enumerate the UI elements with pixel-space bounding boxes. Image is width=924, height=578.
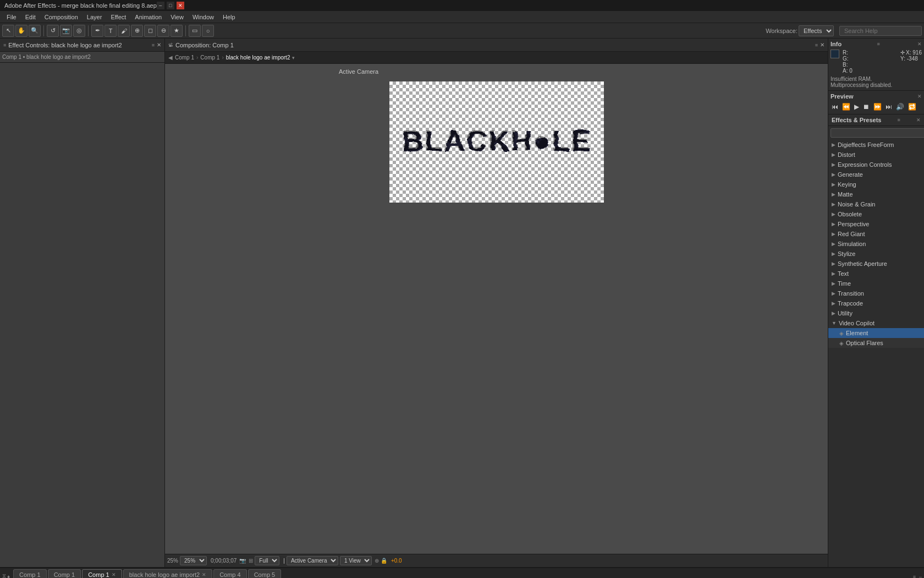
close-button[interactable]: ✕	[177, 2, 184, 9]
tool-shape-rect[interactable]: ▭	[189, 25, 201, 37]
category-label-videocopilot: Video Copilot	[839, 320, 875, 326]
comp-tool-3d-icon: ⊕	[375, 558, 379, 564]
workspace-select[interactable]: Effects	[799, 25, 834, 36]
tool-orbit[interactable]: ◎	[73, 25, 85, 37]
tool-text[interactable]: T	[105, 25, 117, 37]
menu-file[interactable]: File	[2, 13, 21, 21]
tool-pen[interactable]: ✒	[91, 25, 103, 37]
effects-category-simulation[interactable]: ▶ Simulation	[828, 239, 924, 249]
tab-comp1-3[interactable]: Comp 1 ✕	[82, 569, 122, 578]
tab-comp1-2[interactable]: Comp 1	[48, 569, 81, 578]
preview-stop[interactable]: ⏹	[862, 102, 871, 112]
comp-breadcrumb-nav-icon[interactable]: ▾	[292, 55, 295, 61]
preview-step-fwd[interactable]: ⏩	[872, 102, 883, 112]
effects-category-perspective[interactable]: ▶ Perspective	[828, 219, 924, 229]
tool-eraser[interactable]: ◻	[144, 25, 156, 37]
tool-hand[interactable]: ✋	[15, 25, 28, 37]
effects-category-synthetic[interactable]: ▶ Synthetic Aperture	[828, 259, 924, 269]
tab-close-icon[interactable]: ✕	[112, 572, 116, 577]
timeline-minimize[interactable]: –	[919, 574, 922, 578]
menu-composition[interactable]: Composition	[40, 13, 82, 21]
tab-comp1-1[interactable]: Comp 1	[13, 569, 47, 578]
effects-close[interactable]: ✕	[916, 117, 921, 123]
zoom-select[interactable]: 25%	[180, 556, 207, 565]
panel-close-btn[interactable]: ✕	[157, 42, 161, 48]
tool-camera[interactable]: 📷	[60, 25, 72, 37]
comp-breadcrumb-nav: ◀ Comp 1 › Comp 1 › black hole logo ae i…	[165, 52, 828, 64]
maximize-button[interactable]: □	[167, 2, 174, 9]
info-menu[interactable]: ≡	[877, 41, 879, 47]
tool-brush[interactable]: 🖌	[118, 25, 130, 37]
preview-close[interactable]: ✕	[917, 94, 922, 99]
comp-breadcrumb-import2[interactable]: black hole logo ae import2	[226, 54, 290, 61]
tab-comp5[interactable]: Comp 5	[248, 569, 282, 578]
menu-view[interactable]: View	[166, 13, 188, 21]
tool-shape-ellipse[interactable]: ○	[202, 25, 214, 37]
menu-layer[interactable]: Layer	[82, 13, 107, 21]
comp-header: 📽 Composition: Comp 1 ≡ ✕	[165, 39, 828, 52]
effects-category-obsolete[interactable]: ▶ Obsolete	[828, 209, 924, 219]
effects-category-expression[interactable]: ▶ Expression Controls	[828, 160, 924, 170]
effects-category-time[interactable]: ▶ Time	[828, 279, 924, 288]
effects-category-generate[interactable]: ▶ Generate	[828, 170, 924, 179]
effects-category-stylize[interactable]: ▶ Stylize	[828, 249, 924, 259]
info-g: G:	[843, 56, 853, 62]
effects-category-distort[interactable]: ▶ Distort	[828, 150, 924, 160]
effects-category-keying[interactable]: ▶ Keying	[828, 179, 924, 189]
comp-breadcrumb-comp1[interactable]: Comp 1	[175, 54, 194, 61]
preview-play[interactable]: ▶	[853, 102, 860, 112]
info-a: A: 0	[843, 68, 853, 74]
effects-category-text[interactable]: ▶ Text	[828, 269, 924, 279]
effects-category-utility[interactable]: ▶ Utility	[828, 308, 924, 318]
search-help-input[interactable]	[839, 26, 922, 36]
tab-comp4[interactable]: Comp 4	[213, 569, 247, 578]
effect-controls-content	[0, 63, 164, 567]
effects-menu[interactable]: ≡	[898, 117, 900, 123]
menu-window[interactable]: Window	[188, 13, 218, 21]
preview-skip-start[interactable]: ⏮	[831, 102, 839, 112]
tab-bar: ⧖ ♦ Comp 1 Comp 1 Comp 1 ✕ black hole lo…	[0, 568, 924, 578]
effects-category-transition[interactable]: ▶ Transition	[828, 288, 924, 298]
effects-category-noise[interactable]: ▶ Noise & Grain	[828, 199, 924, 209]
preview-loop[interactable]: 🔁	[907, 102, 917, 112]
active-camera-select[interactable]: Active Camera	[287, 556, 338, 565]
effects-category-trapcode[interactable]: ▶ Trapcode	[828, 298, 924, 308]
comp-close-btn[interactable]: ✕	[820, 42, 824, 48]
bottom-area: ⧖ ♦ Comp 1 Comp 1 Comp 1 ✕ black hole lo…	[0, 567, 924, 578]
preview-skip-end[interactable]: ⏭	[884, 102, 893, 112]
tool-arrow[interactable]: ↖	[2, 25, 14, 37]
category-label: Red Giant	[838, 231, 865, 237]
tab-blackhole[interactable]: black hole logo ae import2 ✕	[123, 569, 212, 578]
info-close[interactable]: ✕	[917, 41, 922, 47]
view-select[interactable]: 1 View	[340, 556, 372, 565]
effects-category-redgiant[interactable]: ▶ Red Giant	[828, 229, 924, 239]
effects-category-digieffects[interactable]: ▶ Digieffects FreeForm	[828, 140, 924, 150]
tool-roto[interactable]: ⊖	[157, 25, 169, 37]
effect-item-element[interactable]: ◈ Element	[828, 328, 924, 338]
comp-menu-icon[interactable]: ≡	[815, 42, 818, 48]
effects-category-videocopilot[interactable]: ▼ Video Copilot	[828, 318, 924, 328]
minimize-button[interactable]: –	[157, 2, 164, 9]
expand-arrow: ▶	[832, 241, 835, 247]
tool-stamp[interactable]: ⊕	[131, 25, 143, 37]
resolution-select[interactable]: Full	[255, 556, 279, 565]
panel-menu-icon[interactable]: ≡	[152, 42, 155, 48]
effects-search-input[interactable]	[831, 128, 924, 138]
category-label: Perspective	[838, 221, 869, 227]
tool-zoom[interactable]: 🔍	[29, 25, 41, 37]
comp-nav-left[interactable]: ◀	[168, 54, 173, 61]
comp-canvas: BLACKH●LE BLACKH●LE	[389, 81, 604, 203]
tool-rotate[interactable]: ↺	[47, 25, 59, 37]
tool-puppet[interactable]: ★	[170, 25, 183, 37]
menu-animation[interactable]: Animation	[130, 13, 166, 21]
effects-category-matte[interactable]: ▶ Matte	[828, 189, 924, 199]
comp-breadcrumb-comp1b[interactable]: Comp 1	[200, 54, 219, 61]
menu-edit[interactable]: Edit	[21, 13, 40, 21]
preview-audio[interactable]: 🔊	[895, 102, 905, 112]
preview-step-back[interactable]: ⏪	[841, 102, 851, 112]
tab-close-icon[interactable]: ✕	[202, 572, 206, 577]
menu-help[interactable]: Help	[218, 13, 240, 21]
effect-item-opticalflares[interactable]: ◈ Optical Flares	[828, 338, 924, 348]
timeline-panel-menu[interactable]: ≡	[913, 574, 916, 578]
menu-effect[interactable]: Effect	[106, 13, 130, 21]
